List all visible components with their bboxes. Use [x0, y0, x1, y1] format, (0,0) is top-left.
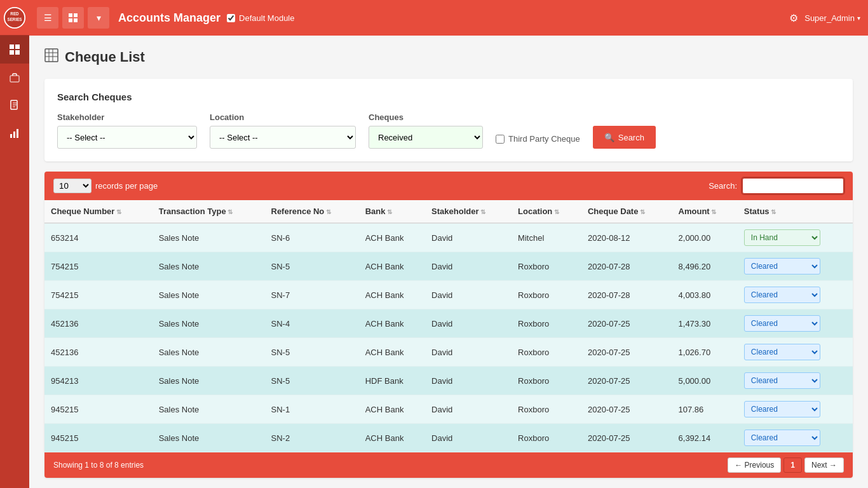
cell-stakeholder: David [425, 424, 512, 452]
col-cheque-date[interactable]: Cheque Date [581, 200, 672, 223]
status-select[interactable]: In Hand Cleared [744, 344, 820, 360]
table-row: 945215 Sales Note SN-1 ACH Bank David Ro… [44, 395, 853, 424]
third-party-checkbox[interactable] [496, 135, 505, 144]
svg-rect-15 [74, 18, 78, 22]
cell-amount: 4,003.80 [672, 281, 738, 309]
table-search-input[interactable] [742, 178, 844, 194]
cell-cheque-number: 754215 [44, 252, 153, 281]
table-toolbar: 10 25 50 100 records per page Search: [44, 172, 853, 200]
cell-status[interactable]: In Hand Cleared [738, 309, 853, 338]
cell-cheque-date: 2020-07-25 [581, 395, 672, 424]
stakeholder-group: Stakeholder -- Select -- [57, 112, 197, 149]
cell-transaction-type: Sales Note [153, 424, 265, 452]
svg-rect-4 [15, 44, 20, 49]
cell-amount: 5,000.00 [672, 367, 738, 395]
cell-transaction-type: Sales Note [153, 252, 265, 281]
cell-status[interactable]: In Hand Cleared [738, 281, 853, 309]
cell-cheque-date: 2020-07-25 [581, 309, 672, 338]
cell-transaction-type: Sales Note [153, 223, 265, 252]
records-per-page-select[interactable]: 10 25 50 100 [53, 179, 92, 193]
cell-transaction-type: Sales Note [153, 338, 265, 367]
cell-transaction-type: Sales Note [153, 309, 265, 338]
sidebar: RED SERIES [0, 0, 29, 488]
cell-stakeholder: David [425, 367, 512, 395]
col-status[interactable]: Status [738, 200, 853, 223]
cell-transaction-type: Sales Note [153, 281, 265, 309]
cell-status[interactable]: In Hand Cleared [738, 395, 853, 424]
col-bank[interactable]: Bank [359, 200, 425, 223]
cell-stakeholder: David [425, 223, 512, 252]
cheques-group: Cheques Received Issued [369, 112, 483, 149]
status-select[interactable]: In Hand Cleared [744, 258, 820, 274]
status-select[interactable]: In Hand Cleared [744, 287, 820, 303]
cell-stakeholder: David [425, 395, 512, 424]
grid-button[interactable] [62, 7, 84, 29]
cell-stakeholder: David [425, 252, 512, 281]
cell-cheque-number: 452136 [44, 309, 153, 338]
prev-page-button[interactable]: ← Previous [728, 458, 781, 473]
cell-status[interactable]: In Hand Cleared [738, 223, 853, 252]
cell-bank: ACH Bank [359, 281, 425, 309]
sidebar-item-dashboard[interactable] [0, 36, 29, 64]
table-row: 653214 Sales Note SN-6 ACH Bank David Mi… [44, 223, 853, 252]
nav-right: ⚙ Super_Admin [789, 12, 860, 24]
status-select[interactable]: In Hand Cleared [744, 315, 820, 332]
cell-stakeholder: David [425, 309, 512, 338]
table-row: 452136 Sales Note SN-4 ACH Bank David Ro… [44, 309, 853, 338]
cell-stakeholder: David [425, 281, 512, 309]
cell-reference-no: SN-1 [265, 395, 359, 424]
cheques-select[interactable]: Received Issued [369, 126, 483, 149]
sidebar-item-chart[interactable] [0, 119, 29, 147]
cell-reference-no: SN-5 [265, 252, 359, 281]
cell-cheque-number: 653214 [44, 223, 153, 252]
status-select[interactable]: In Hand Cleared [744, 372, 820, 389]
svg-rect-5 [10, 50, 14, 55]
svg-rect-13 [74, 13, 78, 17]
app-logo[interactable]: RED SERIES [0, 0, 29, 36]
hamburger-menu-button[interactable]: ☰ [37, 7, 58, 29]
col-location[interactable]: Location [512, 200, 581, 223]
table-row: 452136 Sales Note SN-5 ACH Bank David Ro… [44, 338, 853, 367]
default-module-checkbox[interactable] [227, 14, 235, 22]
svg-rect-16 [45, 49, 58, 62]
cell-bank: ACH Bank [359, 309, 425, 338]
location-select[interactable]: -- Select -- [210, 126, 356, 149]
cell-reference-no: SN-5 [265, 338, 359, 367]
col-amount[interactable]: Amount [672, 200, 738, 223]
chevron-down-button[interactable]: ▾ [88, 7, 109, 29]
cell-status[interactable]: In Hand Cleared [738, 367, 853, 395]
col-transaction-type[interactable]: Transaction Type [153, 200, 265, 223]
third-party-label: Third Party Cheque [508, 134, 580, 144]
settings-icon[interactable]: ⚙ [789, 12, 798, 24]
sidebar-item-briefcase[interactable] [0, 64, 29, 92]
svg-rect-3 [10, 44, 14, 49]
search-icon: 🔍 [604, 133, 614, 142]
status-select[interactable]: In Hand Cleared [744, 401, 820, 417]
default-module-toggle[interactable]: Default Module [227, 13, 294, 23]
search-button[interactable]: 🔍 Search [593, 126, 656, 149]
user-menu[interactable]: Super_Admin [804, 13, 860, 23]
next-page-button[interactable]: Next → [804, 458, 844, 473]
cell-status[interactable]: In Hand Cleared [738, 424, 853, 452]
cell-cheque-number: 945215 [44, 424, 153, 452]
current-page[interactable]: 1 [783, 458, 802, 473]
navbar: ☰ ▾ Accounts Manager Default Module ⚙ Su… [29, 0, 868, 36]
col-cheque-number[interactable]: Cheque Number [44, 200, 153, 223]
cell-location: Roxboro [512, 309, 581, 338]
table-footer: Showing 1 to 8 of 8 entries ← Previous 1… [44, 452, 853, 478]
cell-bank: ACH Bank [359, 223, 425, 252]
cell-bank: ACH Bank [359, 424, 425, 452]
cell-status[interactable]: In Hand Cleared [738, 252, 853, 281]
cell-bank: ACH Bank [359, 338, 425, 367]
col-stakeholder[interactable]: Stakeholder [425, 200, 512, 223]
sidebar-item-document[interactable] [0, 92, 29, 119]
svg-text:SERIES: SERIES [7, 17, 22, 21]
status-select[interactable]: In Hand Cleared [744, 430, 820, 446]
stakeholder-select[interactable]: -- Select -- [57, 126, 197, 149]
status-select[interactable]: In Hand Cleared [744, 229, 820, 246]
svg-rect-14 [69, 18, 72, 22]
svg-text:RED: RED [10, 11, 19, 15]
table-row: 945215 Sales Note SN-2 ACH Bank David Ro… [44, 424, 853, 452]
col-reference-no[interactable]: Reference No [265, 200, 359, 223]
cell-status[interactable]: In Hand Cleared [738, 338, 853, 367]
